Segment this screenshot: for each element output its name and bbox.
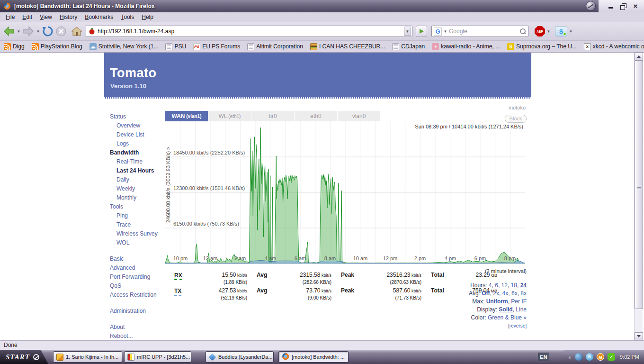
vertical-scrollbar[interactable] <box>634 53 643 340</box>
forward-button[interactable] <box>22 24 35 38</box>
option-6[interactable]: 6 <box>495 282 498 289</box>
sidebar-item-real-time[interactable]: Real-Time <box>110 157 167 166</box>
online-status-icon[interactable]: ✓ <box>608 353 615 361</box>
option-24[interactable]: 24 <box>520 282 527 289</box>
go-button[interactable] <box>416 26 427 37</box>
sidebar-item-advanced[interactable]: Advanced <box>110 264 167 273</box>
window-titlebar[interactable]: [motoko] Bandwidth: Last 24 Hours - Mozi… <box>0 0 644 12</box>
tray-collapse-icon[interactable]: ‹ <box>569 354 571 361</box>
taskbar-task[interactable]: 1. Sario Kijima - In th... <box>53 351 122 363</box>
option-12[interactable]: 12 <box>501 282 508 289</box>
sidebar-item-device-list[interactable]: Device List <box>110 130 167 139</box>
sidebar-item-daily[interactable]: Daily <box>110 175 167 184</box>
sidebar-item-administration[interactable]: Administration <box>110 307 167 316</box>
menu-history[interactable]: History <box>56 13 81 21</box>
bookmark-item[interactable]: SSuprnova.org – The U... <box>507 43 577 50</box>
skype-dropdown[interactable]: ▼ <box>569 29 573 34</box>
sidebar-item-last-24-hours[interactable]: Last 24 Hours <box>110 166 167 175</box>
option-6x[interactable]: 6x <box>511 290 518 297</box>
start-button[interactable]: START <box>0 350 48 364</box>
sidebar-item-trace[interactable]: Trace <box>110 220 167 229</box>
miranda-icon[interactable]: M <box>597 353 604 361</box>
sidebar-item-wireless-survey[interactable]: Wireless Survey <box>110 229 167 238</box>
sidebar-item-access-restriction[interactable]: Access Restriction <box>110 291 167 300</box>
sidebar-item-wol[interactable]: WOL <box>110 238 167 247</box>
stop-button[interactable] <box>55 24 67 38</box>
tab-vlan0[interactable]: vlan0 <box>338 111 380 121</box>
sidebar-item-ping[interactable]: Ping <box>110 211 167 220</box>
language-indicator[interactable]: EN <box>538 353 549 361</box>
sidebar-item-weekly[interactable]: Weekly <box>110 184 167 193</box>
taskbar-task[interactable]: Buddies (LysanderDa... <box>206 351 274 363</box>
sidebar-item-status[interactable]: Status <box>110 112 167 121</box>
bookmark-item[interactable]: CDJapan <box>392 43 425 50</box>
address-bar[interactable]: http://192.168.1.1/bwm-24.asp ▼ <box>86 26 412 37</box>
option-solid[interactable]: Solid <box>499 306 512 313</box>
tab-br0[interactable]: br0 <box>251 111 294 121</box>
adblock-dropdown[interactable]: ▼ <box>546 29 551 34</box>
sidebar-item-qos[interactable]: QoS <box>110 282 167 291</box>
tab-wl[interactable]: WL (eth1) <box>208 111 251 121</box>
sidebar-item-tools[interactable]: Tools <box>110 202 167 211</box>
bookmark-item[interactable]: PlayStation.Blog <box>32 43 82 50</box>
option-uniform[interactable]: Uniform <box>486 298 508 305</box>
sidebar-item-basic[interactable]: Basic <box>110 255 167 264</box>
menu-file[interactable]: File <box>2 13 18 21</box>
tab-wan[interactable]: WAN (vlan1) <box>165 111 208 121</box>
scroll-up-button[interactable] <box>635 53 643 61</box>
restore-button[interactable] <box>620 3 626 9</box>
adblock-plus-icon[interactable]: ABP <box>535 26 545 36</box>
thunderbird-icon[interactable] <box>575 353 582 361</box>
sidebar-item-bandwidth[interactable]: Bandwidth <box>110 148 167 157</box>
bookmark-item[interactable]: PSU <box>165 43 186 50</box>
back-dropdown-icon[interactable]: ▼ <box>17 29 21 34</box>
sidebar-item-monthly[interactable]: Monthly <box>110 193 167 202</box>
search-engine-dropdown[interactable]: ▼ <box>443 29 447 34</box>
option-off[interactable]: Off <box>482 290 490 297</box>
bookmark-item[interactable]: ◕kawaii-radio - Anime, ... <box>432 43 500 50</box>
bookmark-item[interactable]: xxkcd - A webcomic of ... <box>584 43 644 50</box>
reverse-link[interactable]: [reverse] <box>469 323 527 328</box>
option-18[interactable]: 18 <box>511 282 517 289</box>
taskbar-task[interactable]: [motoko] Bandwidth: ... <box>278 351 349 363</box>
forward-dropdown-icon[interactable]: ▼ <box>36 29 40 34</box>
bookmark-item[interactable]: ☁Stottville, New York (1... <box>89 43 159 50</box>
menu-tools[interactable]: Tools <box>117 13 138 21</box>
sidebar-item-reboot-[interactable]: Reboot... <box>110 332 167 340</box>
reload-button[interactable] <box>42 24 54 38</box>
menu-help[interactable]: Help <box>138 13 157 21</box>
menu-view[interactable]: View <box>36 13 56 21</box>
sidebar-item-about[interactable]: About <box>110 323 167 332</box>
search-engine-icon[interactable]: G <box>434 27 442 36</box>
scrollbar-thumb[interactable] <box>635 61 643 309</box>
bookmark-item[interactable]: PSEU PS Forums <box>193 43 240 50</box>
sidebar-item-overview[interactable]: Overview <box>110 121 167 130</box>
url-input[interactable]: http://192.168.1.1/bwm-24.asp <box>95 28 404 35</box>
home-button[interactable] <box>71 24 82 38</box>
option-green-blue-[interactable]: Green & Blue » <box>488 314 527 321</box>
bookmark-item[interactable]: Altimit Corporation <box>247 43 303 50</box>
menu-edit[interactable]: Edit <box>18 13 36 21</box>
bookmark-item[interactable]: I CAN HAS CHEEZBUR... <box>310 43 385 50</box>
menu-bookmarks[interactable]: Bookmarks <box>81 13 117 21</box>
option-per-if[interactable]: Per IF <box>511 298 527 305</box>
tab-eth0[interactable]: eth0 <box>295 111 337 121</box>
skype-icon[interactable]: S <box>586 353 593 361</box>
search-bar[interactable]: G ▼ Google <box>431 26 528 37</box>
taskbar-task[interactable]: mIRC UPP - [3d21h5... <box>124 351 191 363</box>
option-2x[interactable]: 2x <box>493 290 499 297</box>
skype-toolbar-icon[interactable]: S <box>555 26 567 36</box>
close-button[interactable]: × <box>633 3 638 9</box>
option-4[interactable]: 4 <box>489 282 492 289</box>
minimize-button[interactable] <box>608 3 614 9</box>
option-line[interactable]: Line <box>516 306 527 313</box>
back-button[interactable] <box>3 24 15 38</box>
bookmark-item[interactable]: Digg <box>4 43 25 50</box>
option-8x[interactable]: 8x <box>520 290 527 297</box>
url-history-dropdown[interactable]: ▼ <box>404 27 411 36</box>
sidebar-item-port-forwarding[interactable]: Port Forwarding <box>110 273 167 282</box>
search-magnifier-icon[interactable] <box>519 28 526 35</box>
scroll-down-button[interactable] <box>635 332 643 340</box>
search-input[interactable]: Google <box>449 28 518 35</box>
sidebar-item-logs[interactable]: Logs <box>110 139 167 148</box>
